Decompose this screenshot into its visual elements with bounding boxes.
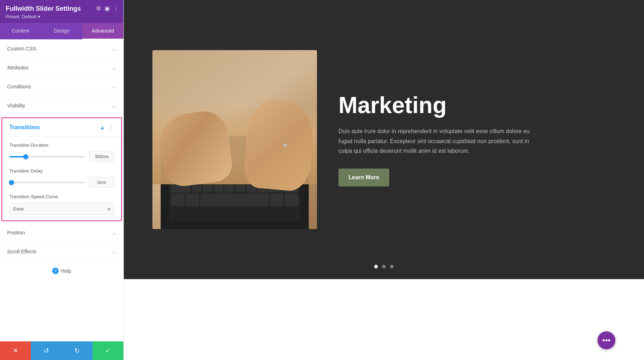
transitions-section: Transitions ▲ ⋮ Transition Duration: [1, 117, 122, 221]
speed-curve-select[interactable]: Ease Linear Ease In Ease Out Ease In Out…: [9, 203, 114, 215]
slider-container: Marketing Duis aute irure dolor in repre…: [124, 0, 644, 279]
duration-slider-thumb[interactable]: [23, 154, 28, 159]
collapse-icon[interactable]: ▲: [100, 125, 105, 130]
position-label: Position: [7, 230, 25, 235]
more-options-icon[interactable]: ⋮: [108, 124, 114, 131]
slide-text-content: Marketing Duis aute irure dolor in repre…: [338, 93, 615, 186]
sidebar-content: Custom CSS ⌄ Attributes ⌄ Conditions ⌄ V…: [0, 39, 123, 360]
delay-slider-thumb[interactable]: [9, 180, 14, 185]
section-scroll-effects[interactable]: Scroll Effects ⌄: [0, 242, 123, 261]
help-icon: ?: [52, 268, 59, 274]
duration-slider-track[interactable]: [9, 156, 85, 157]
duration-slider-row: [9, 151, 114, 162]
settings-icon[interactable]: ⚙: [96, 5, 101, 12]
dot-1[interactable]: [374, 265, 378, 268]
chevron-down-icon: ⌄: [112, 84, 116, 89]
fab-icon: •••: [602, 336, 610, 345]
transitions-header-icons: ▲ ⋮: [100, 124, 114, 131]
settings-sidebar: Fullwidth Slider Settings Preset: Defaul…: [0, 0, 124, 360]
layout-icon[interactable]: ▣: [104, 5, 110, 12]
tab-design[interactable]: Design: [41, 23, 82, 39]
learn-more-button[interactable]: Learn More: [338, 169, 389, 186]
section-position[interactable]: Position ⌄: [0, 223, 123, 242]
tab-bar: Content Design Advanced: [0, 23, 123, 39]
dot-2[interactable]: [382, 265, 386, 268]
fab-button[interactable]: •••: [597, 331, 615, 349]
slide-image: [152, 50, 317, 229]
visibility-label: Visibility: [7, 103, 25, 108]
preset-label: Preset: Default: [6, 14, 36, 19]
speed-curve-label: Transition Speed Curve: [9, 194, 114, 199]
cancel-button[interactable]: ✕: [0, 341, 31, 360]
redo-button[interactable]: ↻: [62, 341, 93, 360]
undo-icon: ↺: [44, 347, 49, 355]
sidebar-preset[interactable]: Preset: Default ▾: [6, 14, 118, 19]
sidebar-header: Fullwidth Slider Settings Preset: Defaul…: [0, 0, 123, 23]
main-content: Marketing Duis aute irure dolor in repre…: [124, 0, 644, 360]
section-conditions[interactable]: Conditions ⌄: [0, 77, 123, 96]
save-button[interactable]: ✓: [93, 341, 123, 360]
slide-heading: Marketing: [338, 93, 615, 118]
transitions-title: Transitions: [9, 124, 40, 131]
help-row[interactable]: ? Help: [0, 261, 123, 281]
bottom-area: •••: [124, 279, 644, 360]
attributes-label: Attributes: [7, 65, 28, 70]
section-visibility[interactable]: Visibility ⌄: [0, 96, 123, 115]
scroll-effects-label: Scroll Effects: [7, 249, 36, 254]
section-custom-css[interactable]: Custom CSS ⌄: [0, 39, 123, 58]
speed-curve-wrapper: Ease Linear Ease In Ease Out Ease In Out…: [9, 203, 114, 215]
duration-value-input[interactable]: [89, 151, 114, 162]
delay-slider-row: [9, 177, 114, 188]
redo-icon: ↻: [74, 347, 80, 355]
chevron-down-icon: ⌄: [112, 249, 116, 254]
more-options-icon[interactable]: ⋮: [113, 5, 119, 12]
dot-3[interactable]: [390, 265, 394, 268]
sidebar-header-icons: ⚙ ▣ ⋮: [96, 5, 119, 12]
chevron-down-icon: ⌄: [112, 230, 116, 235]
tab-content[interactable]: Content: [0, 23, 41, 39]
delay-slider-track[interactable]: [9, 182, 85, 183]
preset-arrow-icon: ▾: [38, 14, 40, 19]
save-icon: ✓: [105, 347, 111, 355]
custom-css-label: Custom CSS: [7, 46, 36, 52]
slide-body-text: Duis aute irure dolor in reprehenderit i…: [338, 126, 532, 156]
transitions-content: Transition Duration Transition Delay: [2, 137, 121, 220]
chevron-down-icon: ⌄: [112, 65, 116, 70]
cancel-icon: ✕: [13, 347, 18, 355]
slide-wrapper: Marketing Duis aute irure dolor in repre…: [124, 0, 644, 279]
section-attributes[interactable]: Attributes ⌄: [0, 58, 123, 77]
chevron-down-icon: ⌄: [112, 46, 116, 52]
conditions-label: Conditions: [7, 84, 31, 89]
chevron-down-icon: ⌄: [112, 103, 116, 108]
undo-button[interactable]: ↺: [31, 341, 62, 360]
tab-advanced[interactable]: Advanced: [82, 23, 123, 39]
delay-label: Transition Delay: [9, 168, 114, 174]
slide-dots: [374, 265, 394, 268]
duration-label: Transition Duration: [9, 142, 114, 148]
help-label: Help: [61, 268, 71, 274]
delay-value-input[interactable]: [89, 177, 114, 188]
bottom-bar: ✕ ↺ ↻ ✓: [0, 341, 123, 360]
transitions-header: Transitions ▲ ⋮: [2, 118, 121, 137]
